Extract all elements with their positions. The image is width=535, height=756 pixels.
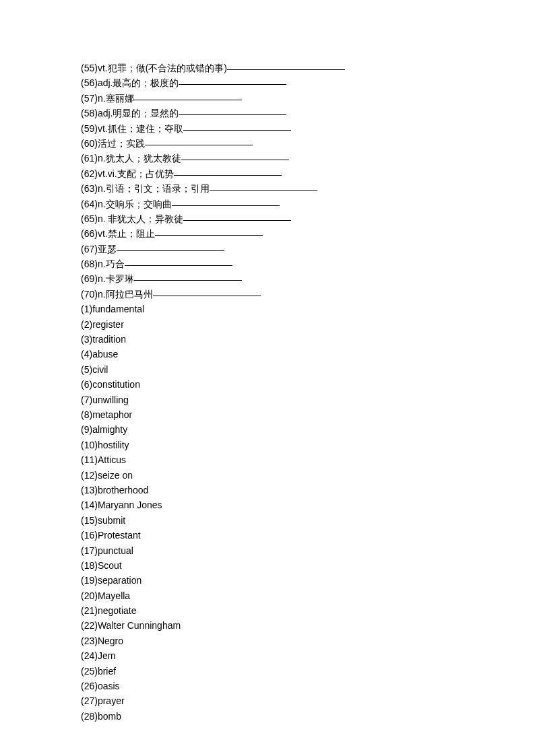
fill-item: (58)adj.明显的；显然的 xyxy=(81,106,535,121)
item-text: 亚瑟 xyxy=(98,244,117,254)
item-text: vt.犯罪；做(不合法的或错的事) xyxy=(98,63,227,73)
item-number: (26) xyxy=(81,681,98,691)
fill-item: (62)vt.vi.支配；占优势 xyxy=(81,166,535,181)
item-number: (64) xyxy=(81,199,98,209)
item-number: (60) xyxy=(81,138,98,149)
item-number: (17) xyxy=(81,545,98,556)
answer-text: Mayella xyxy=(98,590,130,601)
answer-text: separation xyxy=(98,575,141,586)
item-number: (12) xyxy=(81,470,98,481)
item-text: n.塞丽娜 xyxy=(98,93,134,104)
item-number: (8) xyxy=(81,409,92,420)
answer-text: civil xyxy=(92,364,108,375)
blank-line xyxy=(125,256,232,266)
fill-item: (67)亚瑟 xyxy=(81,242,535,256)
item-number: (70) xyxy=(81,289,98,300)
item-number: (5) xyxy=(81,364,92,375)
item-number: (9) xyxy=(81,424,92,435)
item-text: n.阿拉巴马州 xyxy=(98,289,153,300)
answer-text: tradition xyxy=(92,334,126,345)
item-text: 活过；实践 xyxy=(98,138,145,149)
answer-item: (2)register xyxy=(81,317,535,332)
answer-item: (16)Protestant xyxy=(81,528,535,543)
item-number: (57) xyxy=(81,93,98,104)
fill-in-blank-list: (55)vt.犯罪；做(不合法的或错的事)(56)adj.最高的；极度的(57)… xyxy=(81,61,535,302)
item-number: (19) xyxy=(81,575,98,586)
answer-text: bomb xyxy=(98,711,121,722)
item-text: n.交响乐；交响曲 xyxy=(98,199,172,209)
item-number: (15) xyxy=(81,515,98,526)
answer-item: (23)Negro xyxy=(81,633,535,648)
answer-item: (21)negotiate xyxy=(81,603,535,618)
answer-text: unwilling xyxy=(92,394,129,405)
answer-item: (9)almighty xyxy=(81,422,535,437)
item-number: (7) xyxy=(81,394,92,405)
answer-text: negotiate xyxy=(98,605,137,616)
item-number: (2) xyxy=(81,319,92,330)
item-number: (59) xyxy=(81,123,98,134)
item-number: (28) xyxy=(81,711,98,722)
answer-text: prayer xyxy=(98,695,125,706)
item-text: n. 非犹太人；异教徒 xyxy=(98,213,184,224)
answer-item: (20)Mayella xyxy=(81,588,535,603)
item-number: (21) xyxy=(81,605,98,616)
item-text: n.卡罗琳 xyxy=(98,273,134,284)
answer-text: oasis xyxy=(98,681,120,691)
blank-line xyxy=(179,105,286,115)
item-number: (67) xyxy=(81,244,98,254)
item-text: adj.明显的；显然的 xyxy=(98,108,179,118)
answer-item: (26)oasis xyxy=(81,679,535,693)
answer-text: Scout xyxy=(98,560,122,571)
blank-line xyxy=(183,211,291,221)
answer-text: brotherhood xyxy=(98,485,149,495)
answer-item: (19)separation xyxy=(81,573,535,588)
item-text: n.引语；引文；语录；引用 xyxy=(98,183,210,194)
blank-line xyxy=(134,271,242,281)
fill-item: (64)n.交响乐；交响曲 xyxy=(81,197,535,211)
answer-text: Maryann Jones xyxy=(98,500,162,510)
item-number: (13) xyxy=(81,485,98,495)
fill-item: (60)活过；实践 xyxy=(81,136,535,151)
fill-item: (68)n.巧合 xyxy=(81,256,535,271)
fill-item: (55)vt.犯罪；做(不合法的或错的事) xyxy=(81,61,535,75)
answer-text: hostility xyxy=(98,440,129,450)
answer-item: (6)constitution xyxy=(81,377,535,392)
answer-item: (8)metaphor xyxy=(81,407,535,422)
item-number: (25) xyxy=(81,666,98,677)
item-number: (10) xyxy=(81,440,98,450)
item-number: (69) xyxy=(81,273,98,284)
blank-line xyxy=(153,286,261,296)
answer-text: abuse xyxy=(92,349,118,359)
blank-line xyxy=(117,241,224,251)
answer-item: (15)submit xyxy=(81,513,535,528)
blank-line xyxy=(174,166,282,176)
item-number: (55) xyxy=(81,63,98,73)
blank-line xyxy=(172,196,280,206)
item-number: (1) xyxy=(81,304,92,314)
answer-item: (24)Jem xyxy=(81,648,535,663)
answer-item: (27)prayer xyxy=(81,693,535,708)
item-number: (58) xyxy=(81,108,98,118)
item-number: (18) xyxy=(81,560,98,571)
fill-item: (63)n.引语；引文；语录；引用 xyxy=(81,181,535,196)
item-number: (22) xyxy=(81,620,98,631)
answer-text: constitution xyxy=(92,379,140,390)
answer-item: (7)unwilling xyxy=(81,392,535,407)
blank-line xyxy=(145,135,253,145)
item-number: (27) xyxy=(81,695,98,706)
answer-item: (13)brotherhood xyxy=(81,483,535,497)
item-number: (68) xyxy=(81,259,98,269)
answer-item: (22)Walter Cunningham xyxy=(81,618,535,633)
answer-item: (4)abuse xyxy=(81,347,535,362)
blank-line xyxy=(227,60,345,70)
item-text: n.犹太人；犹太教徒 xyxy=(98,153,181,164)
item-number: (61) xyxy=(81,153,98,164)
item-number: (24) xyxy=(81,650,98,661)
item-number: (11) xyxy=(81,454,98,465)
item-number: (4) xyxy=(81,349,92,359)
fill-item: (61)n.犹太人；犹太教徒 xyxy=(81,151,535,166)
item-number: (20) xyxy=(81,590,98,601)
answer-item: (14)Maryann Jones xyxy=(81,497,535,512)
answer-item: (18)Scout xyxy=(81,558,535,573)
answer-item: (10)hostility xyxy=(81,438,535,452)
